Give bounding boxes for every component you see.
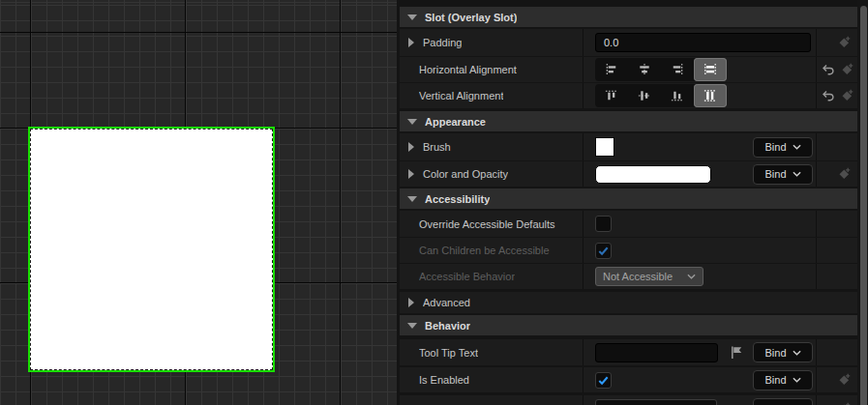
row-brush: Brush Bind: [400, 133, 857, 160]
valign-fill-icon: [703, 88, 718, 103]
valign-top-button[interactable]: [595, 84, 628, 107]
section-title: Appearance: [425, 116, 486, 128]
collapse-triangle-icon[interactable]: [407, 14, 417, 20]
row-override-accessible-defaults: Override Accessible Defaults: [400, 211, 857, 237]
valign-center-button[interactable]: [628, 84, 661, 107]
valign-bottom-icon: [670, 88, 685, 103]
details-scrollbar-thumb[interactable]: [860, 6, 867, 405]
create-binding-icon[interactable]: [839, 88, 854, 103]
section-title: Slot (Overlay Slot): [425, 12, 517, 23]
section-title: Behavior: [425, 320, 470, 332]
accessible-behavior-dropdown[interactable]: Not Accessible: [595, 267, 703, 286]
padding-value: 0.0: [604, 37, 618, 48]
collapse-triangle-icon[interactable]: [407, 196, 417, 202]
halign-right-icon: [670, 62, 685, 77]
expander-icon[interactable]: [408, 38, 414, 47]
localization-flag-icon[interactable]: [730, 345, 744, 360]
property-label: Vertical Alignment: [419, 90, 503, 101]
horizontal-alignment-group: [595, 58, 727, 81]
chevron-down-icon: [687, 274, 696, 279]
row-padding: Padding 0.0: [400, 29, 857, 56]
create-binding-icon[interactable]: [836, 35, 852, 50]
visibility-bind-button[interactable]: Bind: [753, 398, 813, 405]
property-label: Tool Tip Text: [419, 347, 478, 359]
property-label: Color and Opacity: [423, 168, 508, 180]
halign-fill-icon: [703, 62, 718, 77]
create-binding-icon[interactable]: [836, 401, 852, 405]
bind-label: Bind: [764, 347, 786, 359]
create-binding-icon[interactable]: [836, 166, 852, 182]
property-label: Brush: [423, 141, 451, 153]
visibility-dropdown[interactable]: Visible: [595, 399, 717, 405]
collapse-triangle-icon[interactable]: [407, 323, 417, 329]
bind-label: Bind: [764, 374, 786, 386]
vertical-alignment-group: [595, 84, 727, 107]
expander-icon[interactable]: [408, 298, 414, 307]
bind-label: Bind: [764, 141, 786, 153]
details-panel: Slot (Overlay Slot) Padding 0.0: [397, 0, 868, 405]
collapse-triangle-icon[interactable]: [407, 119, 417, 125]
property-label: Can Children be Accessible: [419, 245, 550, 256]
reset-to-default-icon[interactable]: [821, 62, 836, 77]
can-children-be-accessible-checkbox[interactable]: [595, 243, 612, 259]
section-header-accessibility[interactable]: Accessibility: [400, 188, 857, 209]
row-can-children-be-accessible: Can Children be Accessible: [400, 238, 857, 263]
halign-left-icon: [604, 62, 619, 77]
halign-center-icon: [637, 62, 652, 77]
property-label: Is Enabled: [419, 374, 469, 386]
valign-center-icon: [637, 88, 652, 103]
check-icon: [597, 245, 610, 257]
reset-to-default-icon[interactable]: [821, 88, 836, 103]
brush-bind-button[interactable]: Bind: [753, 137, 813, 158]
property-label: Accessible Behavior: [419, 271, 515, 282]
brush-color-swatch[interactable]: [595, 137, 614, 157]
row-visibility: Visibility Visible Bind: [400, 395, 857, 405]
halign-left-button[interactable]: [595, 58, 628, 81]
color-and-opacity-bar[interactable]: [595, 165, 711, 184]
tooltip-bind-button[interactable]: Bind: [753, 342, 813, 362]
details-scrollbar-track[interactable]: [857, 0, 868, 405]
row-accessible-behavior: Accessible Behavior Not Accessible: [400, 264, 857, 289]
create-binding-icon[interactable]: [836, 372, 852, 388]
row-vertical-alignment: Vertical Alignment: [400, 83, 857, 108]
property-label: Horizontal Alignment: [419, 64, 517, 75]
color-bind-button[interactable]: Bind: [753, 164, 813, 185]
dropdown-value: Not Accessible: [603, 271, 673, 282]
expander-icon[interactable]: [408, 142, 414, 152]
section-header-appearance[interactable]: Appearance: [400, 111, 857, 131]
tool-tip-text-input[interactable]: [595, 343, 718, 362]
section-header-behavior[interactable]: Behavior: [400, 315, 857, 335]
designer-canvas[interactable]: [0, 0, 397, 405]
expander-icon[interactable]: [408, 169, 414, 179]
selection-dashed-outline: [30, 129, 273, 370]
chevron-down-icon: [793, 171, 801, 177]
override-accessible-defaults-checkbox[interactable]: [595, 216, 612, 232]
create-binding-icon[interactable]: [839, 62, 854, 77]
row-color-and-opacity: Color and Opacity Bind: [400, 161, 857, 187]
property-label: Padding: [423, 37, 462, 48]
row-is-enabled: Is Enabled Bind: [400, 367, 857, 392]
section-title: Accessibility: [425, 193, 490, 205]
advanced-label: Advanced: [423, 297, 470, 308]
halign-center-button[interactable]: [628, 58, 661, 81]
halign-right-button[interactable]: [661, 58, 694, 81]
is-enabled-checkbox[interactable]: [595, 372, 612, 389]
chevron-down-icon: [793, 377, 801, 383]
valign-bottom-button[interactable]: [661, 84, 694, 107]
chevron-down-icon: [793, 144, 801, 150]
row-advanced[interactable]: Advanced: [400, 292, 857, 313]
row-horizontal-alignment: Horizontal Alignment: [400, 57, 857, 82]
row-tool-tip-text: Tool Tip Text Bind: [400, 339, 857, 365]
padding-input[interactable]: 0.0: [595, 33, 811, 52]
is-enabled-bind-button[interactable]: Bind: [753, 370, 813, 391]
valign-fill-button[interactable]: [694, 84, 727, 107]
umg-designer: Slot (Overlay Slot) Padding 0.0: [0, 0, 868, 405]
chevron-down-icon: [793, 350, 801, 356]
property-label: Override Accessible Defaults: [419, 218, 555, 230]
halign-fill-button[interactable]: [694, 58, 727, 81]
valign-top-icon: [604, 88, 619, 103]
selected-overlay-widget[interactable]: [28, 127, 275, 372]
section-header-slot[interactable]: Slot (Overlay Slot): [400, 7, 857, 27]
bind-label: Bind: [764, 168, 786, 180]
check-icon: [597, 374, 610, 387]
